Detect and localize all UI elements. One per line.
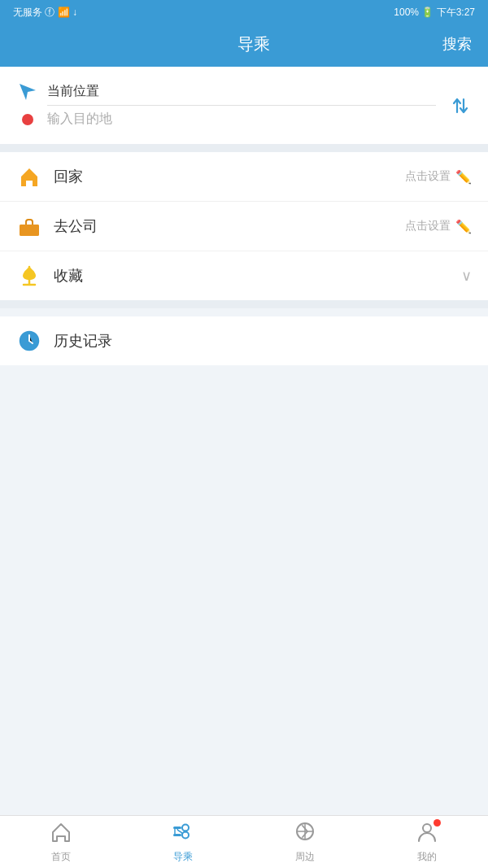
svg-rect-2 xyxy=(20,225,39,236)
tab-guide-icon xyxy=(171,820,195,848)
tab-nearby[interactable]: 周边 xyxy=(244,816,366,868)
tab-mine-icon-wrapper xyxy=(416,820,438,848)
status-right: 100% 🔋 下午3:27 xyxy=(394,6,475,20)
destination-row[interactable]: 输入目的地 xyxy=(16,106,436,133)
favorites-item[interactable]: 收藏 ∨ xyxy=(0,251,488,300)
separator-1 xyxy=(0,144,488,152)
favorites-chevron-icon: ∨ xyxy=(461,267,472,285)
destination-placeholder[interactable]: 输入目的地 xyxy=(47,111,436,128)
current-location-row[interactable]: 当前位置 xyxy=(16,78,436,105)
svg-marker-0 xyxy=(20,84,36,100)
svg-point-9 xyxy=(182,832,189,839)
tab-bar: 首页 导乘 周边 xyxy=(0,815,488,868)
status-bar: 无服务 ⓕ 📶 ↓ 100% 🔋 下午3:27 xyxy=(0,0,488,24)
separator-2 xyxy=(0,300,488,308)
quick-access-section: 回家 点击设置 ✏️ 去公司 点击设置 ✏️ 收藏 xyxy=(0,152,488,300)
svg-point-8 xyxy=(182,825,189,831)
favorites-label: 收藏 xyxy=(54,266,461,286)
home-edit-icon: ✏️ xyxy=(455,169,472,185)
tab-nearby-label: 周边 xyxy=(295,850,315,864)
tab-home-icon xyxy=(50,820,72,848)
swap-button[interactable] xyxy=(436,94,472,117)
home-action-label: 点击设置 xyxy=(405,169,451,184)
home-item[interactable]: 回家 点击设置 ✏️ xyxy=(0,152,488,202)
favorites-icon xyxy=(16,263,42,289)
history-item[interactable]: 历史记录 xyxy=(0,316,488,365)
mine-badge xyxy=(434,819,441,827)
tab-home-label: 首页 xyxy=(51,850,71,864)
tab-home[interactable]: 首页 xyxy=(0,816,122,868)
tab-guide[interactable]: 导乘 xyxy=(122,816,244,868)
tab-guide-label: 导乘 xyxy=(173,850,193,864)
svg-point-11 xyxy=(423,824,431,832)
work-action-label: 点击设置 xyxy=(405,219,451,233)
tab-nearby-icon xyxy=(294,820,316,848)
search-area: 当前位置 输入目的地 xyxy=(0,67,488,144)
main-content-area xyxy=(0,365,488,815)
search-button[interactable]: 搜索 xyxy=(442,34,472,54)
home-label: 回家 xyxy=(54,167,405,186)
work-item[interactable]: 去公司 点击设置 ✏️ xyxy=(0,202,488,251)
header-title: 导乘 xyxy=(65,33,442,55)
search-rows-wrapper: 当前位置 输入目的地 xyxy=(16,78,472,133)
work-label: 去公司 xyxy=(54,216,405,236)
favorites-action: ∨ xyxy=(461,267,472,285)
home-icon xyxy=(16,164,42,190)
work-action: 点击设置 ✏️ xyxy=(405,219,472,234)
location-icon xyxy=(16,84,39,100)
tab-mine-label: 我的 xyxy=(417,850,437,864)
status-left: 无服务 ⓕ 📶 ↓ xyxy=(13,6,77,20)
current-location-text: 当前位置 xyxy=(47,83,436,100)
tab-mine[interactable]: 我的 xyxy=(366,816,488,868)
work-icon xyxy=(16,213,42,239)
home-action: 点击设置 ✏️ xyxy=(405,169,472,185)
header: 导乘 搜索 xyxy=(0,24,488,67)
history-label: 历史记录 xyxy=(54,331,112,351)
destination-icon xyxy=(16,114,39,125)
history-section: 历史记录 xyxy=(0,316,488,365)
work-edit-icon: ✏️ xyxy=(455,219,472,234)
history-icon xyxy=(16,328,42,354)
